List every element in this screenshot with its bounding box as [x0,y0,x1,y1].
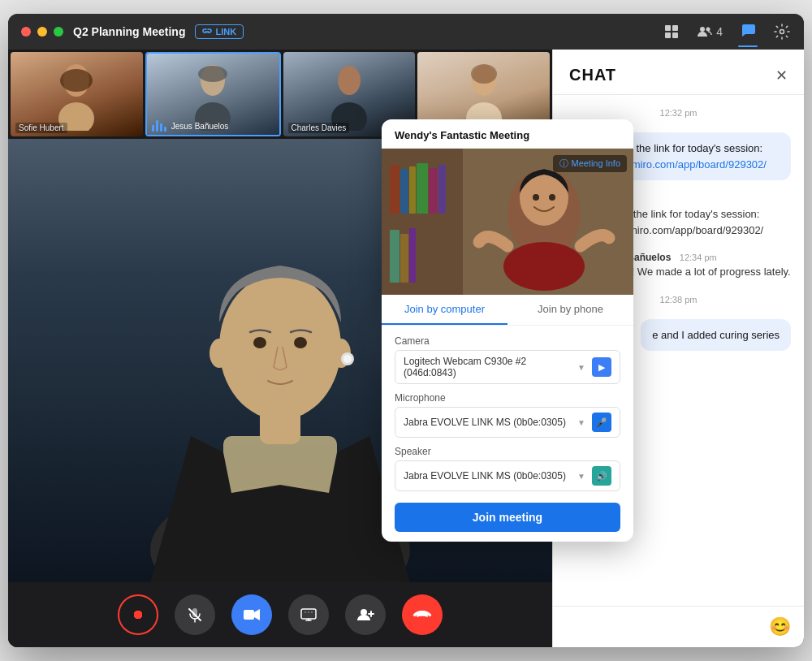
participants-count: 4 [697,25,723,38]
svg-point-8 [60,69,93,92]
link-badge[interactable]: LINK [195,24,244,39]
partial-message: e and I added curing series [641,319,791,352]
svg-point-23 [294,337,307,348]
video-button[interactable] [231,594,272,635]
mic-value: Jabra EVOLVE LINK MS (0b0e:0305) [404,417,571,428]
link-icon [202,27,212,37]
chat-header: CHAT ✕ [553,50,804,95]
participants-icon [697,25,713,38]
grid-view-icon[interactable] [663,23,680,41]
svg-rect-2 [665,32,671,38]
camera-label: Camera [395,335,620,347]
svg-rect-43 [409,166,416,214]
mic-icon: 🎤 [592,413,611,432]
tab-join-phone[interactable]: Join by phone [508,295,633,325]
end-call-button[interactable] [402,594,443,635]
emoji-button[interactable]: 😊 [769,616,791,637]
close-button[interactable] [21,27,31,37]
meeting-info-button[interactable]: ⓘ Meeting Info [553,155,627,172]
title-bar-right: 4 [663,21,791,42]
camera-value: Logitech Webcam C930e #2 (046d:0843) [404,356,571,378]
speaker-field: Speaker Jabra EVOLVE LINK MS (0b0e:0305)… [395,446,620,491]
svg-point-13 [338,66,361,95]
tab-join-computer[interactable]: Join by computer [382,295,508,325]
camera-field: Camera Logitech Webcam C930e #2 (046d:08… [395,335,620,384]
camera-icon: ▶ [592,357,611,377]
chat-title: CHAT [569,66,616,84]
svg-point-21 [219,274,341,420]
svg-rect-41 [390,165,400,214]
speaker-chevron: ▼ [577,472,585,481]
minimize-button[interactable] [37,27,47,37]
title-bar: Q2 Planning Meeting LINK [8,14,804,50]
screen-share-button[interactable] [288,594,329,635]
speaking-indicator: Jesus Bañuelos [152,120,229,132]
settings-icon[interactable] [773,23,791,41]
mic-select[interactable]: Jabra EVOLVE LINK MS (0b0e:0305) ▼ 🎤 [395,407,620,438]
traffic-lights [21,27,63,37]
mic-chevron: ▼ [577,418,585,427]
join-meeting-modal: Wendy's Fantastic Meeting [382,119,633,542]
chat-icon[interactable] [739,21,757,42]
modal-meeting-title: Wendy's Fantastic Meeting [382,119,633,149]
timestamp-1232: 12:32 pm [566,108,791,118]
svg-point-54 [549,194,555,201]
svg-point-53 [533,194,539,201]
speaker-label: Speaker [395,446,620,457]
svg-rect-42 [400,169,408,214]
app-window: Q2 Planning Meeting LINK [8,14,804,647]
modal-body: Camera Logitech Webcam C930e #2 (046d:08… [382,326,633,542]
svg-point-5 [706,28,710,32]
mic-label: Microphone [395,392,620,404]
modal-tabs: Join by computer Join by phone [382,295,633,326]
record-button[interactable]: ⏺ [118,594,158,635]
svg-point-27 [343,355,352,363]
svg-rect-1 [672,25,678,31]
chat-footer: 😊 [553,606,804,647]
chat-close-button[interactable]: ✕ [775,67,788,84]
mute-button[interactable] [175,594,215,635]
thumbnail-label-sofie: Sofie Hubert [15,123,67,133]
controls-bar: ⏺ [8,582,552,647]
camera-select[interactable]: Logitech Webcam C930e #2 (046d:0843) ▼ ▶ [395,350,620,384]
svg-point-6 [780,30,784,34]
svg-point-4 [700,27,705,32]
svg-rect-44 [417,163,428,214]
svg-rect-30 [244,610,254,620]
svg-rect-3 [672,32,678,38]
microphone-field: Microphone Jabra EVOLVE LINK MS (0b0e:03… [395,392,620,438]
thumbnail-label-charles: Charles Davies [288,123,350,133]
modal-video-preview: ⓘ Meeting Info [382,149,633,295]
svg-rect-48 [400,234,408,283]
speaker-select[interactable]: Jabra EVOLVE LINK MS (0b0e:0305) ▼ 🔊 [395,460,620,491]
svg-point-11 [198,66,227,82]
svg-rect-0 [665,25,671,31]
svg-rect-47 [390,230,400,283]
speaker-icon: 🔊 [592,466,611,486]
maximize-button[interactable] [54,27,63,37]
svg-point-16 [471,64,497,84]
thumbnail-sofie[interactable]: Sofie Hubert [11,52,143,136]
svg-point-52 [503,242,585,291]
speaker-value: Jabra EVOLVE LINK MS (0b0e:0305) [404,470,571,482]
svg-point-24 [209,339,229,368]
join-meeting-button[interactable]: Join meeting [395,503,620,532]
thumbnail-jesus[interactable]: Jesus Bañuelos [145,52,281,136]
svg-rect-31 [301,609,316,619]
svg-point-22 [253,337,266,348]
svg-rect-49 [409,228,416,283]
window-title: Q2 Planning Meeting [73,25,185,38]
add-participant-button[interactable] [345,594,386,635]
svg-rect-46 [438,165,446,214]
svg-rect-45 [429,168,438,214]
svg-point-33 [361,609,367,616]
camera-chevron: ▼ [577,363,585,372]
